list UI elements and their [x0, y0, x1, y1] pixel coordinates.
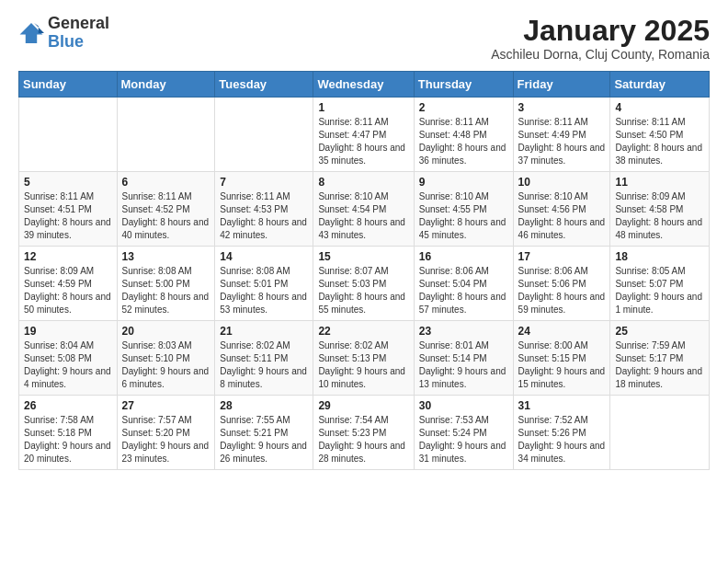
day-info: Sunrise: 8:06 AM Sunset: 5:04 PM Dayligh… [419, 265, 508, 316]
day-number: 7 [220, 176, 308, 189]
day-info: Sunrise: 8:09 AM Sunset: 4:58 PM Dayligh… [615, 190, 704, 242]
header: General Blue January 2025 Aschileu Dorna… [18, 15, 710, 62]
calendar-cell: 20Sunrise: 8:03 AM Sunset: 5:10 PM Dayli… [117, 321, 215, 396]
day-number: 30 [419, 399, 508, 412]
day-info: Sunrise: 7:58 AM Sunset: 5:18 PM Dayligh… [24, 414, 112, 465]
day-number: 21 [220, 325, 308, 338]
weekday-header-monday: Monday [117, 72, 215, 98]
calendar-cell [19, 98, 118, 172]
day-info: Sunrise: 8:05 AM Sunset: 5:07 PM Dayligh… [615, 265, 704, 316]
day-number: 29 [318, 399, 408, 412]
day-number: 6 [122, 176, 210, 189]
calendar-cell: 9Sunrise: 8:10 AM Sunset: 4:55 PM Daylig… [414, 172, 513, 247]
calendar-cell: 14Sunrise: 8:08 AM Sunset: 5:01 PM Dayli… [215, 247, 313, 321]
month-title: January 2025 [491, 15, 710, 47]
logo-text: General Blue [48, 15, 109, 52]
calendar-cell: 24Sunrise: 8:00 AM Sunset: 5:15 PM Dayli… [513, 321, 610, 396]
day-info: Sunrise: 8:08 AM Sunset: 5:00 PM Dayligh… [122, 265, 210, 316]
calendar-cell: 2Sunrise: 8:11 AM Sunset: 4:48 PM Daylig… [414, 98, 513, 172]
day-number: 27 [122, 399, 210, 412]
day-number: 22 [318, 325, 408, 338]
day-number: 23 [419, 325, 508, 338]
day-number: 1 [318, 101, 408, 114]
calendar-cell: 16Sunrise: 8:06 AM Sunset: 5:04 PM Dayli… [414, 247, 513, 321]
page: General Blue January 2025 Aschileu Dorna… [0, 0, 728, 485]
weekday-header-tuesday: Tuesday [215, 72, 313, 98]
calendar-cell: 27Sunrise: 7:57 AM Sunset: 5:20 PM Dayli… [117, 396, 215, 470]
logo-general-text: General [48, 14, 109, 32]
calendar-cell: 15Sunrise: 8:07 AM Sunset: 5:03 PM Dayli… [313, 247, 414, 321]
weekday-header-row: SundayMondayTuesdayWednesdayThursdayFrid… [19, 72, 710, 98]
logo: General Blue [18, 15, 109, 52]
calendar-cell: 13Sunrise: 8:08 AM Sunset: 5:00 PM Dayli… [117, 247, 215, 321]
day-info: Sunrise: 8:02 AM Sunset: 5:11 PM Dayligh… [220, 339, 308, 391]
calendar-cell: 7Sunrise: 8:11 AM Sunset: 4:53 PM Daylig… [215, 172, 313, 247]
calendar-week-4: 19Sunrise: 8:04 AM Sunset: 5:08 PM Dayli… [19, 321, 710, 396]
day-number: 15 [318, 250, 408, 263]
day-number: 11 [615, 176, 704, 189]
weekday-header-sunday: Sunday [19, 72, 118, 98]
title-block: January 2025 Aschileu Dorna, Cluj County… [491, 15, 710, 62]
day-info: Sunrise: 8:11 AM Sunset: 4:48 PM Dayligh… [419, 116, 508, 167]
day-info: Sunrise: 8:03 AM Sunset: 5:10 PM Dayligh… [122, 339, 210, 391]
day-info: Sunrise: 8:04 AM Sunset: 5:08 PM Dayligh… [24, 339, 112, 391]
day-info: Sunrise: 7:54 AM Sunset: 5:23 PM Dayligh… [318, 414, 408, 465]
weekday-header-saturday: Saturday [610, 72, 710, 98]
day-info: Sunrise: 7:59 AM Sunset: 5:17 PM Dayligh… [615, 339, 704, 391]
day-number: 12 [24, 250, 112, 263]
day-number: 18 [615, 250, 704, 263]
day-number: 20 [122, 325, 210, 338]
calendar-cell [117, 98, 215, 172]
location-subtitle: Aschileu Dorna, Cluj County, Romania [491, 47, 710, 62]
calendar-cell [215, 98, 313, 172]
calendar-cell: 31Sunrise: 7:52 AM Sunset: 5:26 PM Dayli… [513, 396, 610, 470]
day-info: Sunrise: 8:10 AM Sunset: 4:55 PM Dayligh… [419, 190, 508, 242]
day-info: Sunrise: 8:10 AM Sunset: 4:56 PM Dayligh… [518, 190, 606, 242]
calendar-cell: 19Sunrise: 8:04 AM Sunset: 5:08 PM Dayli… [19, 321, 118, 396]
calendar-cell: 17Sunrise: 8:06 AM Sunset: 5:06 PM Dayli… [513, 247, 610, 321]
day-info: Sunrise: 8:02 AM Sunset: 5:13 PM Dayligh… [318, 339, 408, 391]
calendar-cell: 10Sunrise: 8:10 AM Sunset: 4:56 PM Dayli… [513, 172, 610, 247]
calendar-week-3: 12Sunrise: 8:09 AM Sunset: 4:59 PM Dayli… [19, 247, 710, 321]
day-info: Sunrise: 8:08 AM Sunset: 5:01 PM Dayligh… [220, 265, 308, 316]
day-number: 5 [24, 176, 112, 189]
logo-blue-text: Blue [48, 32, 84, 51]
day-number: 31 [518, 399, 606, 412]
day-number: 2 [419, 101, 508, 114]
calendar-cell: 12Sunrise: 8:09 AM Sunset: 4:59 PM Dayli… [19, 247, 118, 321]
day-info: Sunrise: 8:09 AM Sunset: 4:59 PM Dayligh… [24, 265, 112, 316]
day-info: Sunrise: 8:11 AM Sunset: 4:52 PM Dayligh… [122, 190, 210, 242]
day-info: Sunrise: 8:11 AM Sunset: 4:50 PM Dayligh… [615, 116, 704, 167]
day-number: 8 [318, 176, 408, 189]
calendar-cell: 6Sunrise: 8:11 AM Sunset: 4:52 PM Daylig… [117, 172, 215, 247]
calendar-cell: 26Sunrise: 7:58 AM Sunset: 5:18 PM Dayli… [19, 396, 118, 470]
day-number: 28 [220, 399, 308, 412]
day-number: 17 [518, 250, 606, 263]
calendar-week-1: 1Sunrise: 8:11 AM Sunset: 4:47 PM Daylig… [19, 98, 710, 172]
calendar-cell: 22Sunrise: 8:02 AM Sunset: 5:13 PM Dayli… [313, 321, 414, 396]
weekday-header-friday: Friday [513, 72, 610, 98]
day-number: 9 [419, 176, 508, 189]
day-info: Sunrise: 8:10 AM Sunset: 4:54 PM Dayligh… [318, 190, 408, 242]
calendar-cell: 28Sunrise: 7:55 AM Sunset: 5:21 PM Dayli… [215, 396, 313, 470]
day-number: 25 [615, 325, 704, 338]
weekday-header-thursday: Thursday [414, 72, 513, 98]
calendar-table: SundayMondayTuesdayWednesdayThursdayFrid… [18, 71, 710, 470]
day-number: 14 [220, 250, 308, 263]
calendar-cell: 1Sunrise: 8:11 AM Sunset: 4:47 PM Daylig… [313, 98, 414, 172]
calendar-cell: 23Sunrise: 8:01 AM Sunset: 5:14 PM Dayli… [414, 321, 513, 396]
day-info: Sunrise: 8:11 AM Sunset: 4:49 PM Dayligh… [518, 116, 606, 167]
day-number: 24 [518, 325, 606, 338]
day-number: 10 [518, 176, 606, 189]
calendar-cell: 21Sunrise: 8:02 AM Sunset: 5:11 PM Dayli… [215, 321, 313, 396]
calendar-cell: 5Sunrise: 8:11 AM Sunset: 4:51 PM Daylig… [19, 172, 118, 247]
logo-icon [18, 20, 44, 46]
calendar-cell: 30Sunrise: 7:53 AM Sunset: 5:24 PM Dayli… [414, 396, 513, 470]
calendar-cell: 25Sunrise: 7:59 AM Sunset: 5:17 PM Dayli… [610, 321, 710, 396]
day-info: Sunrise: 8:11 AM Sunset: 4:53 PM Dayligh… [220, 190, 308, 242]
calendar-cell: 29Sunrise: 7:54 AM Sunset: 5:23 PM Dayli… [313, 396, 414, 470]
day-info: Sunrise: 7:52 AM Sunset: 5:26 PM Dayligh… [518, 414, 606, 465]
day-number: 16 [419, 250, 508, 263]
day-info: Sunrise: 8:11 AM Sunset: 4:47 PM Dayligh… [318, 116, 408, 167]
calendar-cell [610, 396, 710, 470]
